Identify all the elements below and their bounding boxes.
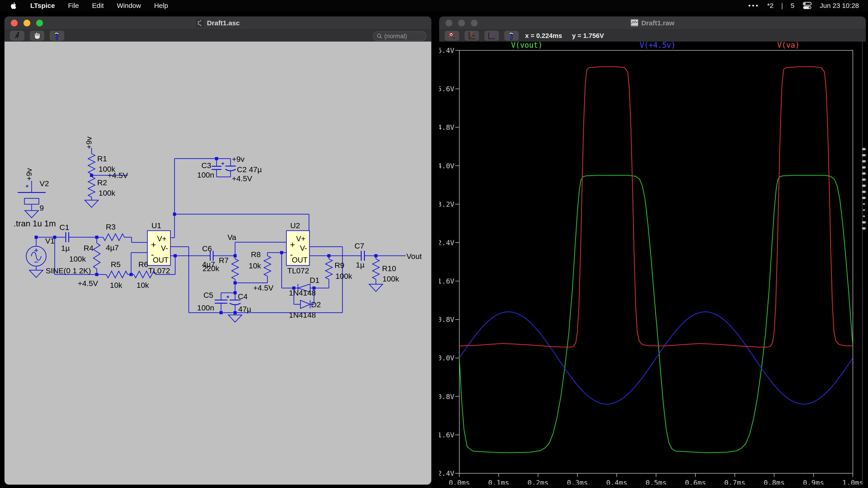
- schematic-window: Draft1.asc: [4, 17, 431, 485]
- y-axis-tick: -1.6V: [439, 431, 454, 439]
- schematic-window-title: Draft1.asc: [207, 19, 240, 27]
- schematic-label: 1µ: [356, 260, 365, 269]
- symbol-search-field[interactable]: (normal): [373, 31, 426, 41]
- y-axis-tick: 6.4V: [439, 46, 454, 55]
- run-button[interactable]: [10, 31, 24, 41]
- schematic-label: R5: [111, 260, 121, 269]
- schematic-label: 47µ: [238, 305, 251, 313]
- y-axis-tick: 0.0V: [439, 354, 454, 362]
- schematic-canvas[interactable]: +9vV29+9vR1100k+4.5VR2100k.tran 1u 1mV1S…: [4, 41, 431, 485]
- waveform-window: Draft1.raw: [439, 17, 866, 485]
- y-axis-tick: 1.6V: [439, 277, 454, 285]
- schematic-label: +4.5V: [78, 279, 98, 288]
- tools-hammer-button[interactable]: [50, 31, 64, 41]
- x-axis-tick: 0.1ms: [488, 479, 509, 485]
- schematic-label: +: [290, 240, 295, 250]
- schematic-label: 100n: [197, 170, 214, 179]
- cursor-x-value: x = 0.224ms: [525, 32, 562, 39]
- schematic-titlebar[interactable]: Draft1.asc: [4, 17, 431, 30]
- schematic-label: R2: [97, 178, 107, 187]
- schematic-label: OUT: [292, 256, 308, 264]
- schematic-label: V+: [157, 234, 166, 243]
- schematic-label: 10k: [110, 281, 123, 289]
- legend-entry-v45v[interactable]: V(+4.5v): [640, 41, 676, 50]
- x-axis-tick: 0.0ms: [449, 479, 470, 485]
- schematic-label: C1: [59, 223, 69, 232]
- schematic-label: R3: [106, 223, 116, 231]
- x-axis-tick: 1.0ms: [842, 479, 863, 485]
- schematic-label: 220k: [203, 264, 219, 273]
- schematic-label: OUT: [153, 256, 168, 264]
- waveform-plot-area[interactable]: 6.4V5.6V4.8V4.0V3.2V2.4V1.6V0.8V0.0V-0.8…: [439, 41, 866, 485]
- schematic-label: U1: [151, 221, 161, 230]
- cursor-y-value: y = 1.756V: [572, 32, 604, 39]
- schematic-label: V2: [39, 179, 49, 188]
- y-axis-tick: -0.8V: [439, 392, 454, 400]
- schematic-label: 1N4148: [289, 311, 316, 319]
- waveform-file-icon: [630, 19, 639, 27]
- y-axis-tick: 2.4V: [439, 238, 454, 247]
- schematic-label: 100k: [69, 255, 86, 263]
- x-axis-tick: 0.4ms: [606, 479, 627, 485]
- schematic-label: 1N4148: [289, 289, 316, 297]
- schematic-label: R4: [84, 244, 93, 252]
- menu-clock[interactable]: Jun 23 10:28: [820, 2, 859, 9]
- legend-entry-vvout[interactable]: V(vout): [511, 41, 542, 50]
- menu-bar: LTspiceFileEditWindowHelp ••• *2 | 5 Jun…: [0, 0, 868, 11]
- schematic-label: 100k: [98, 189, 116, 197]
- schematic-label: Vout: [406, 252, 422, 260]
- y-axis-tick: 4.0V: [439, 162, 454, 170]
- autorange-button[interactable]: [465, 31, 479, 41]
- schematic-label: C4: [238, 292, 248, 301]
- schematic-label: 100k: [382, 274, 399, 283]
- schematic-label: 100n: [197, 303, 214, 312]
- menu-item-edit[interactable]: Edit: [92, 2, 104, 9]
- menu-item-window[interactable]: Window: [117, 2, 141, 9]
- x-axis-tick: 0.5ms: [646, 479, 666, 485]
- y-axis-tick: 0.8V: [439, 315, 454, 324]
- menu-item-ltspice[interactable]: LTspice: [30, 2, 55, 9]
- tools-hammer-button[interactable]: [504, 31, 519, 41]
- x-axis-tick: 0.9ms: [803, 479, 824, 485]
- schematic-label: +9v: [85, 136, 93, 149]
- schematic-label: 9: [39, 203, 44, 212]
- schematic-label: 10k: [136, 281, 149, 289]
- schematic-label: 1µ: [61, 244, 70, 252]
- toggle-switches-icon[interactable]: [802, 2, 812, 10]
- x-axis-tick: 0.8ms: [764, 479, 784, 485]
- schematic-label: TL072: [148, 266, 170, 275]
- schematic-label: +4.5V: [253, 284, 274, 292]
- schematic-label: V+: [296, 234, 305, 243]
- menu-extras-dots[interactable]: •••: [748, 2, 760, 9]
- x-axis-tick: 0.7ms: [724, 479, 745, 485]
- schematic-label: V1: [45, 236, 55, 245]
- y-axis-tick: -2.4V: [439, 469, 454, 477]
- apple-menu-icon[interactable]: [10, 2, 17, 9]
- plot-settings-button[interactable]: [485, 31, 499, 41]
- y-axis-tick: 3.2V: [439, 200, 454, 208]
- transistor-icon: [196, 19, 204, 27]
- waveform-titlebar[interactable]: Draft1.raw: [439, 17, 866, 30]
- menu-item-file[interactable]: File: [68, 2, 79, 9]
- menu-number-indicator[interactable]: 5: [791, 2, 795, 9]
- menu-divider: |: [781, 2, 783, 9]
- zoom-disabled-button[interactable]: [445, 31, 459, 41]
- schematic-label: D2: [311, 300, 321, 309]
- schematic-label: R6: [138, 260, 148, 269]
- schematic-label: 10k: [249, 261, 261, 270]
- schematic-label: +9v: [232, 155, 245, 163]
- y-axis-tick: 5.6V: [439, 85, 454, 93]
- schematic-label: C3: [202, 161, 211, 170]
- x-axis-tick: 0.6ms: [685, 479, 706, 485]
- schematic-toolbar: (normal): [4, 30, 431, 42]
- schematic-label: C5: [204, 291, 213, 299]
- schematic-label: C6: [202, 244, 212, 253]
- pan-hand-button[interactable]: [30, 31, 44, 41]
- schematic-label: R8: [251, 250, 260, 259]
- menu-asterisk-indicator[interactable]: *2: [767, 2, 774, 9]
- schematic-label: C2 47µ: [237, 165, 262, 174]
- schematic-label: .tran 1u 1m: [13, 219, 56, 228]
- menu-item-help[interactable]: Help: [154, 2, 168, 9]
- schematic-label: D1: [310, 276, 319, 285]
- legend-entry-vva[interactable]: V(va): [777, 41, 800, 50]
